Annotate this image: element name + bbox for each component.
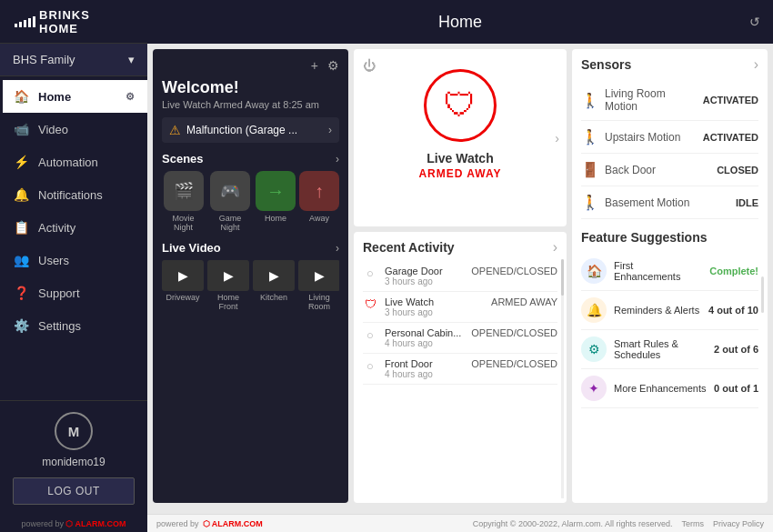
family-selector[interactable]: BHS Family ▾ [0, 44, 147, 76]
scene-home[interactable]: → Home [256, 171, 296, 232]
camera-home-front[interactable]: ▶ Home Front [207, 260, 249, 311]
live-watch-status: ARMED AWAY [418, 167, 501, 180]
sidebar-item-activity[interactable]: 📋 Activity [0, 211, 147, 244]
footer-left: powered by ⬡ ALARM.COM [156, 519, 263, 528]
video-preview-icon: ▶ [162, 260, 204, 291]
scene-home-icon: → [256, 171, 296, 211]
scene-game-label: Game Night [208, 214, 252, 232]
sensor-name: Living Room Motion [605, 87, 698, 113]
activity-front-door: ○ Front Door 4 hours ago OPENED/CLOSED [363, 354, 557, 385]
sensor-name: Upstairs Motion [605, 131, 698, 144]
logo-bars-icon [15, 16, 35, 27]
activity-time: 4 hours ago [385, 369, 464, 379]
power-button[interactable]: ⏻ [363, 58, 376, 73]
sensor-status: ACTIVATED [703, 95, 758, 105]
activity-personal-cabin: ○ Personal Cabin... 4 hours ago OPENED/C… [363, 323, 557, 354]
sidebar-item-label: Home [38, 90, 71, 104]
top-header: Home ↺ [147, 0, 773, 44]
live-watch-arrow-icon[interactable]: › [555, 131, 559, 146]
sidebar-item-label: Activity [38, 221, 75, 235]
activity-name: Garage Door [385, 266, 464, 276]
malfunction-item[interactable]: ⚠ Malfunction (Garage ... › [162, 117, 339, 143]
chevron-right-icon: › [328, 124, 332, 136]
privacy-link[interactable]: Privacy Policy [713, 519, 764, 528]
reminders-icon: 🔔 [581, 297, 607, 323]
camera-label: Home Front [207, 293, 249, 311]
fs-more-enhancements[interactable]: ✦ More Enhancements 0 out of 1 [581, 369, 758, 408]
fs-item-value: 4 out of 10 [708, 305, 758, 316]
family-name: BHS Family [13, 53, 75, 66]
gear-icon[interactable]: ⚙ [125, 91, 135, 103]
camera-kitchen[interactable]: ▶ Kitchen [253, 260, 295, 311]
live-video-arrow-icon[interactable]: › [336, 242, 339, 255]
camera-living-room[interactable]: ▶ Living Room [298, 260, 339, 311]
sidebar-item-video[interactable]: 📹 Video [0, 113, 147, 146]
motion-sensor-icon: 🚶 [581, 92, 599, 109]
sidebar-item-users[interactable]: 👥 Users [0, 244, 147, 276]
scene-home-label: Home [265, 214, 286, 223]
scene-movie-night[interactable]: 🎬 Movie Night [162, 171, 205, 232]
recent-activity-header: Recent Activity › [363, 239, 557, 256]
activity-door-icon: ○ [363, 359, 377, 373]
nav-menu: 🏠 Home ⚙ 📹 Video ⚡ Automation 🔔 Notifica… [0, 76, 147, 400]
scenes-label: Scenes [162, 152, 204, 166]
scenes-section: Scenes › 🎬 Movie Night 🎮 Game Night → Ho… [162, 152, 339, 232]
logout-button[interactable]: LOG OUT [13, 477, 135, 505]
sidebar-item-home[interactable]: 🏠 Home ⚙ [0, 80, 147, 113]
scenes-arrow-icon[interactable]: › [336, 153, 339, 166]
recent-activity-arrow-icon[interactable]: › [553, 239, 557, 256]
scroll-indicator [761, 276, 764, 313]
scene-away[interactable]: ↑ Away [299, 171, 339, 232]
malfunction-text: Malfunction (Garage ... [186, 124, 323, 136]
shield-container: 🛡 [424, 69, 497, 142]
scene-game-night[interactable]: 🎮 Game Night [208, 171, 252, 232]
activity-info: Front Door 4 hours ago [385, 358, 464, 379]
settings-button[interactable]: ⚙ [327, 58, 339, 73]
scenes-header: Scenes › [162, 152, 339, 166]
user-section: M monidemo19 [13, 412, 135, 468]
scrollbar [561, 259, 564, 498]
sidebar-item-notifications[interactable]: 🔔 Notifications [0, 178, 147, 211]
sidebar: BRINKS HOME BHS Family ▾ 🏠 Home ⚙ 📹 Vide… [0, 0, 147, 532]
brand-name: BRINKS HOME [39, 8, 133, 35]
fs-item-value: 2 out of 6 [714, 344, 758, 355]
users-icon: 👥 [13, 253, 29, 267]
fs-smart-rules[interactable]: ⚙ Smart Rules & Schedules 2 out of 6 [581, 330, 758, 369]
refresh-button[interactable]: ↺ [749, 15, 760, 29]
sensor-status: IDLE [736, 197, 758, 208]
sidebar-item-support[interactable]: ❓ Support [0, 276, 147, 309]
fs-item-name: Smart Rules & Schedules [614, 338, 707, 360]
settings-icon: ⚙️ [13, 318, 29, 333]
sidebar-item-settings[interactable]: ⚙️ Settings [0, 309, 147, 342]
live-video-header: Live Video › [162, 241, 339, 255]
scene-movie-label: Movie Night [162, 214, 205, 232]
terms-link[interactable]: Terms [681, 519, 704, 528]
sensor-living-room-motion: 🚶 Living Room Motion ACTIVATED [581, 80, 758, 121]
fs-first-enhancements[interactable]: 🏠 First Enhancements Complete! [581, 252, 758, 291]
activity-status: OPENED/CLOSED [471, 266, 557, 276]
avatar-initials: M [68, 424, 80, 439]
main-content: + ⚙ Welcome! Live Watch Armed Away at 8:… [147, 44, 773, 532]
activity-door-icon: ○ [363, 266, 377, 280]
sensor-back-door: 🚪 Back Door CLOSED [581, 154, 758, 186]
sidebar-item-label: Video [38, 123, 68, 136]
video-icon: 📹 [13, 122, 29, 136]
fs-item-name: First Enhancements [614, 260, 702, 282]
sensors-arrow-icon[interactable]: › [754, 56, 758, 73]
activity-name: Personal Cabin... [385, 327, 464, 338]
sidebar-item-automation[interactable]: ⚡ Automation [0, 146, 147, 178]
camera-driveway[interactable]: ▶ Driveway [162, 260, 204, 311]
scene-movie-icon: 🎬 [164, 171, 204, 211]
footer: powered by ⬡ ALARM.COM Copyright © 2000-… [147, 514, 773, 532]
add-button[interactable]: + [311, 58, 318, 73]
sensor-basement-motion: 🚶 Basement Motion IDLE [581, 186, 758, 219]
recent-activity-title: Recent Activity [363, 240, 455, 255]
activity-status: OPENED/CLOSED [471, 327, 557, 338]
scene-away-label: Away [309, 214, 329, 223]
activity-time: 3 hours ago [385, 276, 464, 286]
activity-live-watch: 🛡 Live Watch 3 hours ago ARMED AWAY [363, 292, 557, 323]
motion-sensor-icon: 🚶 [581, 194, 599, 211]
fs-reminders-alerts[interactable]: 🔔 Reminders & Alerts 4 out of 10 [581, 291, 758, 330]
avatar: M [55, 412, 93, 450]
activity-name: Front Door [385, 358, 464, 369]
